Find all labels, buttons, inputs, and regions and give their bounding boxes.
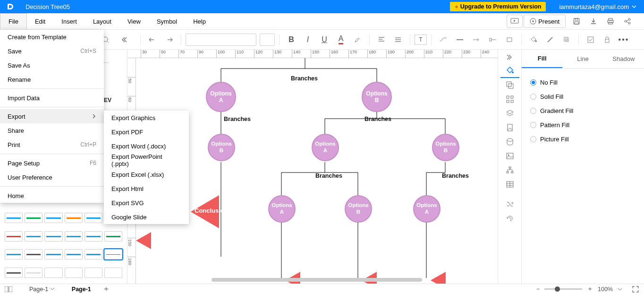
shape-thumbnail[interactable]	[44, 213, 62, 223]
radio-no-fill[interactable]: No Fill	[530, 75, 636, 89]
menu-insert[interactable]: Insert	[53, 13, 85, 29]
radio-solid-fill[interactable]: Solid Fill	[530, 89, 636, 104]
image-icon[interactable]	[500, 149, 519, 163]
line-color-button[interactable]	[542, 33, 558, 47]
menu-user-preference[interactable]: User Preference	[0, 170, 104, 184]
pages-menu-icon[interactable]	[5, 286, 12, 292]
menu-print[interactable]: PrintCtrl+P	[0, 138, 104, 152]
data-icon[interactable]	[500, 135, 519, 149]
checkbox-button[interactable]	[583, 33, 598, 47]
page-icon[interactable]	[500, 121, 519, 135]
layers-icon[interactable]	[500, 106, 519, 121]
align-left-button[interactable]	[374, 33, 389, 47]
align-v-button[interactable]	[390, 33, 406, 47]
menu-create-template[interactable]: Create from Template	[0, 30, 104, 44]
shape-thumbnail[interactable]	[25, 249, 42, 259]
grid-icon[interactable]	[500, 92, 519, 106]
user-menu[interactable]: iammurtaza4@gmail.com	[559, 3, 636, 10]
arrange-icon[interactable]	[500, 78, 519, 92]
document-title[interactable]: Decision Tree05	[25, 3, 70, 10]
connector-button[interactable]	[436, 33, 451, 47]
undo-button[interactable]	[145, 33, 160, 47]
shadow-button[interactable]	[559, 33, 574, 47]
redo-button[interactable]	[161, 33, 177, 47]
export-google-slide[interactable]: Google Slide	[104, 210, 189, 224]
collapse-left-icon[interactable]	[116, 33, 131, 47]
canvas[interactable]: Branches Options A Options B Branches Br…	[136, 58, 498, 284]
node-options-a[interactable]: Options A	[413, 195, 441, 223]
node-options-a[interactable]: Options A	[206, 82, 236, 112]
bold-button[interactable]: B	[284, 33, 299, 47]
text-box-button[interactable]: T	[415, 35, 427, 45]
arrow-start-button[interactable]	[469, 33, 484, 47]
node-options-b[interactable]: Options B	[432, 134, 459, 161]
export-svg[interactable]: Export SVG	[104, 196, 189, 210]
print-icon-button[interactable]	[602, 15, 619, 28]
menu-symbol[interactable]: Symbol	[149, 13, 185, 29]
node-options-a[interactable]: Options A	[268, 195, 296, 223]
line-dash-button[interactable]	[502, 33, 517, 47]
shape-thumbnail[interactable]	[104, 249, 122, 259]
menu-help[interactable]: Help	[185, 13, 214, 29]
shape-thumbnail[interactable]	[25, 231, 42, 242]
menu-rename[interactable]: Rename	[0, 72, 104, 86]
shape-thumbnail[interactable]	[44, 268, 62, 278]
export-word[interactable]: Export Word (.docx)	[104, 139, 189, 153]
tab-line[interactable]: Line	[562, 50, 603, 68]
menu-export[interactable]: Export	[0, 109, 104, 123]
tab-shadow[interactable]: Shadow	[603, 50, 644, 68]
shape-thumbnail[interactable]	[25, 213, 42, 223]
zoom-out-button[interactable]: −	[536, 286, 540, 293]
shape-thumbnail[interactable]	[5, 268, 23, 278]
tab-fill[interactable]: Fill	[522, 50, 562, 68]
italic-button[interactable]: I	[300, 33, 315, 47]
node-options-b[interactable]: Options B	[362, 82, 392, 112]
shape-thumbnail[interactable]	[85, 213, 102, 223]
export-pdf[interactable]: Export PDF	[104, 125, 189, 139]
shape-thumbnail[interactable]	[5, 249, 23, 259]
export-powerpoint[interactable]: Export PowerPoint (.pptx)	[104, 153, 189, 167]
present-button[interactable]: Present	[524, 15, 566, 28]
share-icon-button[interactable]	[619, 15, 636, 28]
more-button[interactable]: •••	[616, 33, 631, 47]
zoom-slider[interactable]	[544, 288, 582, 290]
arrow-end-button[interactable]	[485, 33, 500, 47]
add-page-button[interactable]: ＋	[102, 284, 110, 294]
shape-thumbnail[interactable]	[44, 231, 62, 242]
expand-right-icon[interactable]	[500, 52, 519, 62]
page-tab-active[interactable]: Page-1	[72, 286, 91, 293]
shape-thumbnail[interactable]	[85, 231, 102, 242]
lock-button[interactable]	[600, 33, 615, 47]
fill-color-button[interactable]	[526, 33, 541, 47]
conclusion-triangle-cut[interactable]	[431, 272, 446, 284]
conclusion-triangle-cut[interactable]	[136, 232, 151, 249]
shape-thumbnail[interactable]	[85, 268, 102, 278]
menu-file[interactable]: File	[0, 13, 27, 29]
node-options-a[interactable]: Options A	[312, 134, 339, 161]
shape-thumbnail[interactable]	[65, 231, 83, 242]
conclusion-triangle[interactable]: Conclusion	[191, 195, 219, 228]
shuffle-icon[interactable]	[500, 197, 519, 211]
shape-thumbnail[interactable]	[5, 213, 23, 223]
radio-picture-fill[interactable]: Picture Fill	[530, 132, 636, 146]
table-icon[interactable]	[500, 177, 519, 191]
menu-share[interactable]: Share	[0, 123, 104, 138]
shape-thumbnail[interactable]	[104, 231, 122, 242]
underline-button[interactable]: U	[317, 33, 332, 47]
zoom-in-button[interactable]: ＋	[587, 285, 593, 293]
shape-thumbnail[interactable]	[65, 213, 83, 223]
shape-thumbnail[interactable]	[25, 268, 42, 278]
slideshow-icon-button[interactable]	[507, 15, 523, 28]
radio-gradient-fill[interactable]: Gradient Fill	[530, 104, 636, 118]
export-excel[interactable]: Export Excel (.xlsx)	[104, 167, 189, 182]
upgrade-button[interactable]: ● Upgrade to Premium Version	[450, 2, 546, 11]
highlight-button[interactable]	[350, 33, 365, 47]
radio-pattern-fill[interactable]: Pattern Fill	[530, 118, 636, 132]
line-style-button[interactable]	[452, 33, 467, 47]
menu-page-setup[interactable]: Page SetupF6	[0, 156, 104, 170]
shape-thumbnail[interactable]	[65, 249, 83, 259]
download-icon-button[interactable]	[585, 15, 602, 28]
export-html[interactable]: Export Html	[104, 182, 189, 196]
node-options-b[interactable]: Options B	[345, 195, 372, 223]
tree-icon[interactable]	[500, 163, 519, 177]
